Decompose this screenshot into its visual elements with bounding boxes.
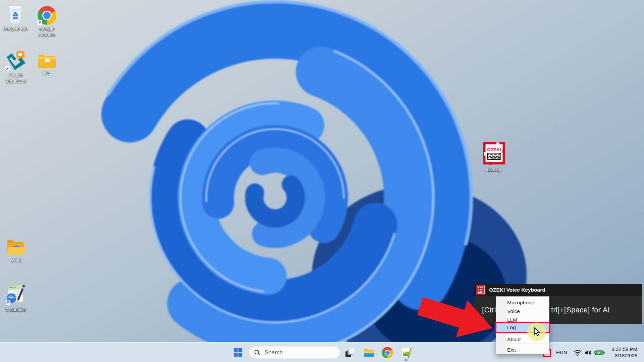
- task-view-button[interactable]: [344, 347, 355, 358]
- desktop-icon-ozkey[interactable]: OZEKI OzKey: [479, 141, 509, 173]
- image-editor-button[interactable]: [400, 347, 412, 358]
- weboffice-icon: [5, 283, 26, 306]
- task-view-icon: [345, 348, 355, 358]
- volume-button[interactable]: [583, 348, 593, 357]
- taskbar-search[interactable]: [249, 346, 340, 359]
- file-explorer-icon: [363, 347, 375, 358]
- desktop-icon-label: Work: [11, 257, 22, 263]
- shortcut-arrow-icon: [5, 66, 10, 71]
- windows-logo-icon: [233, 348, 243, 357]
- desktop-icon-label: OzKey: [487, 167, 501, 173]
- file-explorer-button[interactable]: [363, 347, 375, 358]
- desktop-icon-files[interactable]: files: [32, 50, 62, 76]
- menu-item-microphone[interactable]: Microphone: [496, 298, 549, 307]
- virtualbox-icon: [5, 49, 27, 71]
- folder-icon: [38, 50, 56, 69]
- start-button[interactable]: [233, 347, 243, 357]
- search-input[interactable]: [264, 349, 332, 356]
- desktop-icon-label: Recycle Bin: [3, 26, 28, 32]
- ozeki-brand-text: OZEKI: [487, 147, 501, 152]
- wifi-icon: [573, 349, 582, 357]
- wifi-button[interactable]: [573, 348, 582, 357]
- clock[interactable]: 3:32:58 PM 3/18/2026: [611, 346, 637, 359]
- running-app-indicator: [405, 359, 408, 361]
- desktop-icon-label: files: [43, 70, 51, 76]
- search-icon: [254, 349, 261, 356]
- language-label: HUN: [556, 350, 567, 355]
- notification-title: OZEKI Voice Keyboard: [489, 287, 545, 293]
- chrome-icon: [38, 3, 56, 25]
- tray-language-button[interactable]: HUN: [556, 343, 567, 362]
- notification-title-row: OZEKI Voice Keyboard: [474, 284, 642, 296]
- chrome-taskbar-button[interactable]: [381, 347, 393, 358]
- ozkey-icon: OZEKI: [483, 141, 505, 166]
- hotkey-text-right: trl]+[Space] for AI: [551, 306, 610, 314]
- menu-item-exit[interactable]: Exit: [496, 346, 549, 354]
- mouse-cursor-icon: [534, 327, 542, 339]
- desktop-icon-label: Google Chrome: [39, 26, 55, 38]
- desktop-icon-work[interactable]: Work: [1, 238, 32, 263]
- battery-charging-icon: [594, 350, 605, 356]
- windows-desktop: Recycle Bin Google Chrome Oracle: [0, 0, 644, 362]
- clock-time: 3:32:58 PM: [611, 346, 637, 352]
- desktop-icon-oracle-virtualbox[interactable]: Oracle VirtualBox: [1, 49, 32, 84]
- clock-date: 3/18/2026: [611, 352, 637, 359]
- image-editor-icon: [401, 347, 412, 358]
- chrome-icon: [382, 347, 393, 358]
- recycle-bin-icon: [8, 3, 23, 25]
- desktop-icon-weboffice[interactable]: Weboffice: [0, 283, 31, 313]
- desktop-icon-label: Oracle VirtualBox: [5, 72, 27, 84]
- desktop-icon-recycle-bin[interactable]: Recycle Bin: [0, 3, 31, 32]
- ozeki-keyboard-icon: [476, 285, 485, 295]
- desktop-icon-google-chrome[interactable]: Google Chrome: [32, 3, 62, 38]
- battery-button[interactable]: [594, 349, 605, 356]
- desktop-icon-label: Weboffice: [5, 307, 26, 313]
- open-folder-icon: [6, 238, 27, 256]
- speaker-icon: [584, 349, 592, 357]
- shortcut-arrow-icon: [37, 20, 42, 25]
- menu-item-voice[interactable]: Voice: [496, 307, 549, 315]
- menu-separator: [506, 344, 548, 344]
